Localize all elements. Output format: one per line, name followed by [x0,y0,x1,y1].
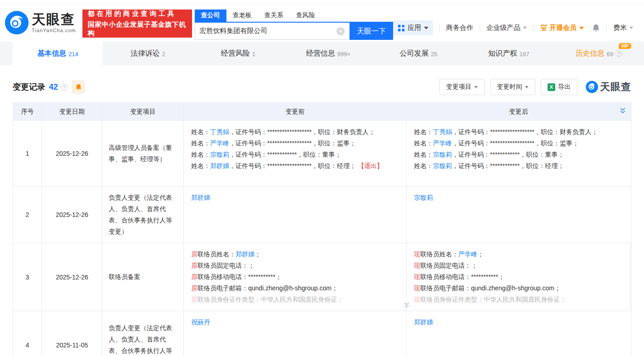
cell-text: 联络员姓名： [197,250,235,258]
vip-badge: VIP [619,43,631,49]
search-tabs: 查公司查老板查关系查风险 [195,10,393,23]
tab-知识产权[interactable]: 知识产权187 [464,42,554,65]
cell-text: ； [255,250,261,258]
person-link[interactable]: 宗馥莉 [433,162,452,169]
change-date: 2025-12-26 [42,121,102,186]
cell-text: 姓名： [191,128,210,135]
tab-count: 25 [431,51,437,58]
site-header: 天眼查 TianYanCha.com 都在用的商业查询工具 国家中小企业发展子基… [0,4,644,42]
open-vip-label: 开通会员 [549,24,577,32]
clear-search-icon[interactable]: ✕ [336,27,345,35]
row-index: 4 [13,311,42,356]
cell-text: ，证件号码：************，职位：董事； [229,151,341,158]
person-link[interactable]: 郑群娣 [210,162,229,169]
tab-经营信息[interactable]: 经营信息999+ [283,42,373,65]
cell-line: 现联络员固定电话：； [414,260,623,271]
search-button[interactable]: 天眼一下 [350,23,393,40]
col-header-序号: 序号 [13,103,42,121]
person-link[interactable]: 严学峰 [433,140,452,147]
subscribe-bell-button[interactable] [72,81,85,93]
person-link[interactable]: 丁秀娟 [433,128,452,135]
filter-change-item-button[interactable]: 变更项目 [439,79,485,95]
cell-line: 现联络员电子邮箱：qundi.zheng@h-shgroup.com； [414,283,623,294]
row-index: 3 [13,243,42,311]
change-item: 联络员备案 [102,243,184,311]
cell-line: 宗馥莉 [414,192,624,203]
business-cooperation-label: 商务合作 [446,24,473,32]
change-table-body: 12025-12-26高级管理人员备案（董事、监事、经理等）姓名：丁秀娟，证件号… [13,121,631,356]
col-header-变更前: 变更前 [184,103,407,121]
before-cell: 郑群娣 [184,187,407,243]
after-cell: 现联络员姓名：严学峰；现联络员固定电话：；现联络员移动电话：**********… [407,243,631,311]
tab-基本信息[interactable]: 基本信息214 [13,42,103,65]
export-label: 导出 [558,83,571,91]
export-button[interactable]: X 导出 [541,79,577,95]
cell-text: 原 [191,296,197,303]
search-tab-查老板[interactable]: 查老板 [226,10,258,22]
watermark-logo: 天眼查 [586,80,631,94]
person-link[interactable]: 严学峰 [458,250,477,258]
cell-text: 联络员移动电话：***********； [420,273,505,280]
tianyancha-logo[interactable]: 天眼查 TianYanCha.com [5,10,76,35]
exit-flag: 【退出】 [358,162,383,169]
tab-label: 基本信息 [37,49,66,58]
table-row: 12025-12-26高级管理人员备案（董事、监事、经理等）姓名：丁秀娟，证件号… [13,121,631,187]
col-header-变更后: 变更后 [407,103,631,121]
person-link[interactable]: 郑群娣 [191,194,210,201]
search-input-value: 宏胜饮料集团有限公司 [200,27,268,35]
tab-count: 187 [519,51,529,58]
cell-text: ，证件号码：******************，职位：经理； [229,162,358,169]
person-link[interactable]: 丁秀娟 [210,128,229,135]
person-link[interactable]: 严学峰 [210,140,229,147]
chevron-down-icon [474,86,478,88]
person-link[interactable]: 郑群娣 [235,250,255,258]
person-link[interactable]: 宗馥莉 [210,151,229,158]
person-link[interactable]: 祝丽丹 [191,318,210,326]
after-cell: 郑群娣 [407,311,631,356]
divider [606,24,607,32]
person-link[interactable]: 宗馥莉 [433,151,452,158]
expand-row-icon[interactable] [403,302,410,310]
help-icon[interactable]: ? [615,50,622,57]
notification-bell[interactable] [592,24,600,33]
search-tab-查关系[interactable]: 查关系 [258,10,290,22]
cell-line: 原联络员身份证件类型：中华人民共和国居民身份证； [191,294,399,305]
cell-text: 现 [414,262,420,269]
tab-法律诉讼[interactable]: 法律诉讼2 [103,42,193,65]
cell-line: 姓名：宗馥莉，证件号码：************，职位：董事； [191,149,399,160]
cell-line: 姓名：郑群娣，证件号码：******************，职位：经理； 【退… [191,160,399,172]
cell-line: 现联络员姓名：严学峰； [414,249,623,260]
filter-change-time-button[interactable]: 变更时间 [490,79,535,95]
cell-text: 现 [414,296,420,303]
apps-menu[interactable]: 应用 [393,20,433,35]
business-cooperation-link[interactable]: 商务合作 [446,24,473,32]
before-cell: 原联络员姓名：郑群娣；原联络员固定电话：；原联络员移动电话：**********… [184,243,407,311]
tab-公司发展[interactable]: 公司发展25 [374,42,464,65]
enterprise-products-menu[interactable]: 企业级产品 [486,24,527,32]
cell-text: 联络员身份证件类型：中华人民共和国居民身份证； [197,296,343,303]
person-link[interactable]: 郑群娣 [414,318,433,326]
expand-all-icon[interactable] [619,107,626,116]
tab-历史信息[interactable]: 历史信息69VIP? [554,42,644,65]
cell-line: 原联络员姓名：郑群娣； [191,249,399,260]
search-tab-查风险[interactable]: 查风险 [290,10,322,22]
search-tab-查公司[interactable]: 查公司 [195,10,226,22]
after-cell: 姓名：丁秀娟，证件号码：******************，职位：财务负责人；… [407,121,631,186]
open-vip-menu[interactable]: 开通会员 [540,24,584,32]
cell-line: 原联络员移动电话：***********； [191,271,399,283]
person-link[interactable]: 宗馥莉 [414,194,433,201]
tab-经营风险[interactable]: 经营风险1 [193,42,283,65]
chevron-down-icon [525,86,529,88]
tianyancha-logo-icon [5,10,29,35]
help-icon[interactable]: ? [61,84,67,91]
cell-text: 原 [191,284,197,292]
cell-line: 姓名：丁秀娟，证件号码：******************，职位：财务负责人； [191,126,399,138]
change-date: 2025-12-26 [42,243,102,311]
user-menu[interactable]: 费米 [613,24,633,32]
cell-text: 原 [191,273,197,280]
tab-count: 214 [68,51,78,58]
search-input[interactable]: 宏胜饮料集团有限公司 ✕ [195,23,350,40]
cell-text: 原 [191,262,197,269]
row-index: 1 [13,121,42,186]
cell-text: 姓名： [414,162,433,169]
